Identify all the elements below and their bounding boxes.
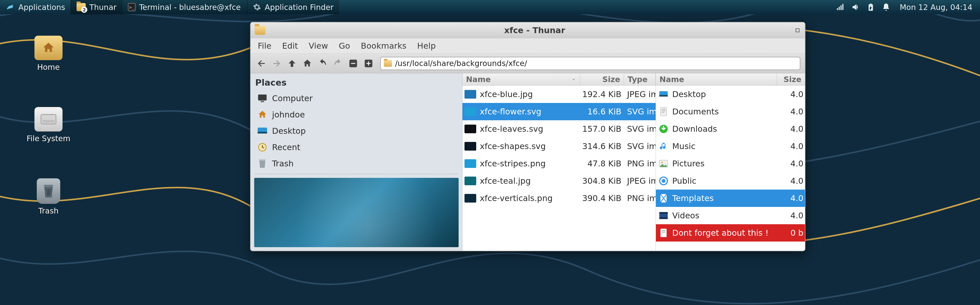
window-maximize-icon[interactable] bbox=[794, 27, 801, 34]
folder-row[interactable]: Videos4.0 bbox=[656, 207, 805, 224]
desktop-icon-trash[interactable]: Trash bbox=[25, 179, 72, 215]
menu-bookmarks[interactable]: Bookmarks bbox=[361, 41, 407, 51]
file-thumbnail bbox=[465, 125, 476, 133]
nav-forward-button[interactable] bbox=[270, 57, 283, 70]
taskbar-item-thunar[interactable]: 2 Thunar bbox=[71, 0, 122, 14]
folder-size: 4.0 bbox=[777, 89, 805, 99]
svg-rect-10 bbox=[258, 95, 266, 100]
folder-row[interactable]: Downloads4.0 bbox=[656, 120, 805, 137]
folder-size: 4.0 bbox=[777, 107, 805, 117]
nav-home-button[interactable] bbox=[301, 57, 313, 70]
file-row[interactable]: xfce-blue.jpg192.4 KiBJPEG im bbox=[463, 85, 655, 103]
folder-row[interactable]: Desktop4.0 bbox=[656, 85, 805, 103]
taskbar-item-appfinder[interactable]: Application Finder bbox=[247, 0, 339, 14]
nav-up-button[interactable] bbox=[286, 57, 298, 70]
file-row[interactable]: xfce-leaves.svg157.0 KiBSVG im bbox=[463, 120, 655, 137]
docs-icon bbox=[659, 106, 669, 117]
panel-clock[interactable]: Mon 12 Aug, 04:14 bbox=[900, 3, 972, 12]
menu-edit[interactable]: Edit bbox=[282, 41, 298, 51]
file-type: JPEG im bbox=[624, 89, 655, 99]
file-thumbnail bbox=[465, 159, 476, 168]
redo-button[interactable] bbox=[332, 57, 344, 70]
folder-name: Music bbox=[672, 141, 777, 151]
file-size: 390.4 KiB bbox=[580, 193, 624, 203]
file-name: xfce-verticals.png bbox=[480, 193, 580, 203]
folder-row[interactable]: Templates4.0 bbox=[656, 190, 805, 207]
svg-rect-6 bbox=[351, 63, 355, 64]
folder-icon: 2 bbox=[76, 3, 86, 11]
places-desktop[interactable]: Desktop bbox=[251, 123, 462, 139]
network-signal-icon[interactable] bbox=[836, 3, 845, 11]
folder-size: 0 b bbox=[777, 228, 805, 238]
column-size[interactable]: Size bbox=[580, 73, 624, 85]
file-name: xfce-stripes.png bbox=[480, 159, 580, 168]
file-thumbnail bbox=[465, 177, 476, 185]
svg-rect-31 bbox=[662, 230, 666, 231]
undo-button[interactable] bbox=[317, 57, 329, 70]
window-titlebar[interactable]: xfce - Thunar bbox=[251, 22, 805, 38]
file-size: 304.8 KiB bbox=[580, 176, 624, 186]
places-home[interactable]: johndoe bbox=[251, 106, 462, 123]
applications-menu-button[interactable]: Applications bbox=[0, 0, 71, 14]
nav-back-button[interactable] bbox=[255, 57, 267, 70]
menu-help[interactable]: Help bbox=[417, 41, 436, 51]
desktop-icon-label: File System bbox=[27, 134, 70, 143]
tmpl-icon bbox=[659, 193, 669, 203]
folder-name: Dont forget about this ! bbox=[672, 228, 777, 238]
folder-row[interactable]: Music4.0 bbox=[656, 137, 805, 155]
desktop-icon-home[interactable]: Home bbox=[25, 36, 72, 72]
notifications-bell-icon[interactable] bbox=[882, 3, 891, 11]
file-type: JPEG im bbox=[624, 176, 655, 186]
column-name[interactable]: Name bbox=[656, 73, 777, 85]
taskbar-item-terminal[interactable]: >_ Terminal - bluesabre@xfce.... bbox=[122, 0, 247, 14]
pub-icon bbox=[659, 176, 669, 186]
file-row[interactable]: xfce-stripes.png47.8 KiBPNG im bbox=[463, 155, 655, 172]
folder-name: Public bbox=[672, 176, 777, 186]
note-icon bbox=[659, 228, 669, 238]
zoom-in-button[interactable] bbox=[363, 57, 375, 70]
trash-icon bbox=[257, 158, 267, 169]
file-row[interactable]: xfce-shapes.svg314.6 KiBSVG im bbox=[463, 137, 655, 155]
places-label: Desktop bbox=[272, 126, 306, 136]
home-icon bbox=[41, 41, 56, 55]
menu-file[interactable]: File bbox=[258, 41, 272, 51]
file-list-left: Name Size Type xfce-blue.jpg192.4 KiBJPE… bbox=[463, 73, 656, 251]
folder-icon bbox=[255, 26, 266, 35]
file-row[interactable]: xfce-flower.svg16.6 KiBSVG im bbox=[463, 103, 655, 120]
menu-view[interactable]: View bbox=[309, 41, 328, 51]
places-recent[interactable]: Recent bbox=[251, 139, 462, 155]
volume-icon[interactable] bbox=[851, 3, 860, 11]
folder-name: Templates bbox=[672, 193, 777, 203]
column-type[interactable]: Type bbox=[624, 73, 655, 85]
folder-row[interactable]: Public4.0 bbox=[656, 172, 805, 190]
folder-row[interactable]: Pictures4.0 bbox=[656, 155, 805, 172]
file-thumbnail bbox=[465, 90, 476, 99]
desktop-icon-label: Trash bbox=[38, 206, 59, 215]
file-row[interactable]: xfce-teal.jpg304.8 KiBJPEG im bbox=[463, 172, 655, 190]
file-list-right: Name Size Desktop4.0Documents4.0Download… bbox=[656, 73, 805, 251]
places-computer[interactable]: Computer bbox=[251, 90, 462, 106]
menu-go[interactable]: Go bbox=[339, 41, 350, 51]
file-row[interactable]: xfce-verticals.png390.4 KiBPNG im bbox=[463, 190, 655, 207]
places-trash[interactable]: Trash bbox=[251, 155, 462, 172]
folder-size: 4.0 bbox=[777, 176, 805, 186]
sort-descending-icon bbox=[571, 77, 576, 82]
folder-size: 4.0 bbox=[777, 141, 805, 151]
svg-point-25 bbox=[662, 179, 666, 183]
folder-name: Documents bbox=[672, 107, 777, 117]
pics-icon bbox=[659, 158, 669, 169]
zoom-out-button[interactable] bbox=[347, 57, 360, 70]
desktop-icon-filesystem[interactable]: File System bbox=[25, 107, 72, 143]
folder-row[interactable]: Documents4.0 bbox=[656, 103, 805, 120]
file-name: xfce-teal.jpg bbox=[480, 176, 580, 186]
battery-icon[interactable] bbox=[866, 3, 875, 11]
applications-menu-label: Applications bbox=[18, 3, 65, 12]
location-bar[interactable]: /usr/local/share/backgrounds/xfce/ bbox=[380, 57, 800, 70]
file-name: xfce-shapes.svg bbox=[480, 141, 580, 151]
column-name[interactable]: Name bbox=[463, 73, 580, 85]
column-size[interactable]: Size bbox=[777, 73, 805, 85]
folder-row[interactable]: Dont forget about this !0 b bbox=[656, 224, 805, 242]
location-path: /usr/local/share/backgrounds/xfce/ bbox=[395, 59, 527, 68]
file-size: 157.0 KiB bbox=[580, 124, 624, 134]
xfce-logo-icon bbox=[6, 3, 15, 12]
